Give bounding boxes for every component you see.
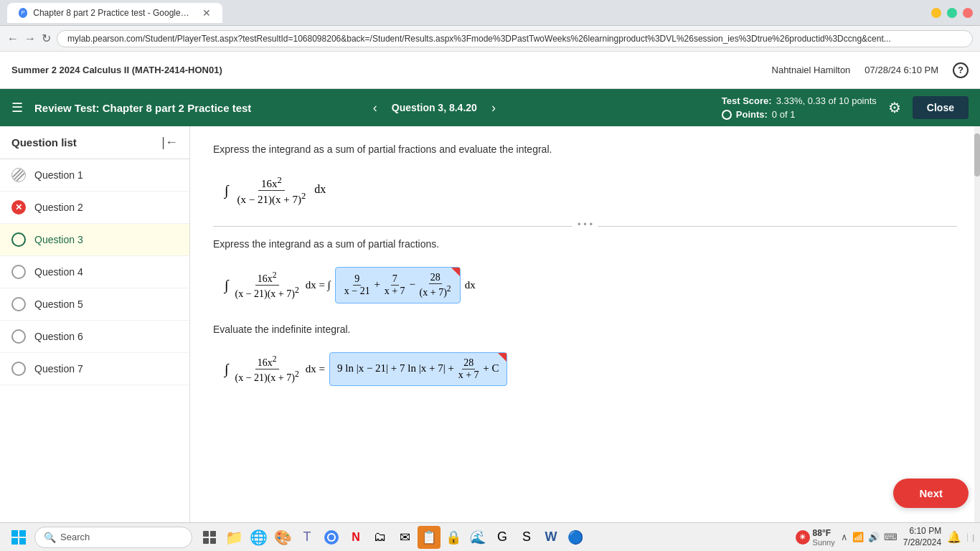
- question1-status-icon: [11, 168, 26, 182]
- expand-tray-icon[interactable]: ∧: [841, 532, 848, 542]
- task-view-icon[interactable]: [198, 526, 221, 549]
- question3-label: Question 3: [34, 234, 83, 245]
- taskbar-apps: 📁 🌐 🎨 T N 🗂 ✉ 📋 🔒 🌊 G S W 🔵: [198, 526, 587, 549]
- test-title: Review Test: Chapter 8 part 2 Practice t…: [34, 102, 251, 114]
- browser-tab[interactable]: P Chapter 8 part 2 Practice test - Googl…: [7, 3, 222, 23]
- tab-close-icon[interactable]: ✕: [202, 7, 211, 19]
- close-test-button[interactable]: Close: [913, 96, 969, 119]
- points-value: 0 of 1: [772, 108, 796, 122]
- edge2-icon[interactable]: 🌊: [466, 526, 489, 549]
- sidebar-item-question5[interactable]: Question 5: [0, 288, 189, 321]
- sidebar-item-question1[interactable]: Question 1: [0, 159, 189, 192]
- teams-icon[interactable]: T: [296, 526, 319, 549]
- window-controls: [931, 8, 973, 18]
- svg-rect-8: [210, 531, 216, 537]
- points-row: Points: 0 of 1: [722, 108, 877, 122]
- content-scrollbar[interactable]: [974, 126, 980, 522]
- time-display: 6:10 PM: [903, 526, 941, 537]
- menu-button[interactable]: ☰: [11, 100, 23, 116]
- question2-status-icon: ✕: [11, 200, 26, 215]
- volume-icon[interactable]: 🔊: [868, 532, 880, 542]
- clock[interactable]: 6:10 PM 7/28/2024: [903, 526, 941, 548]
- system-tray: ∧ 📶 🔊 ⌨: [841, 532, 897, 542]
- svg-rect-6: [19, 538, 26, 545]
- answer-corner-mark: [451, 268, 460, 276]
- question1-label: Question 1: [34, 169, 83, 181]
- next-button[interactable]: Next: [893, 479, 969, 508]
- course-title: Summer 2 2024 Calculus II (MATH-2414-HON…: [11, 65, 222, 75]
- question2-label: Question 2: [34, 202, 83, 213]
- answer-corner-mark-2: [498, 353, 507, 362]
- forward-button[interactable]: →: [24, 32, 36, 45]
- chrome-icon[interactable]: [320, 526, 343, 549]
- question4-label: Question 4: [34, 266, 83, 278]
- folder-icon[interactable]: 🗂: [369, 526, 392, 549]
- score-label: Test Score:: [722, 94, 772, 108]
- notification-icon[interactable]: 🔔: [947, 530, 961, 544]
- taskbar: 🔍 Search 📁 🌐 🎨 T N 🗂 ✉ 📋 🔒 �: [0, 522, 980, 551]
- temperature: 88°F: [813, 528, 835, 538]
- mail-icon[interactable]: ✉: [393, 526, 416, 549]
- scrollbar-thumb[interactable]: [974, 133, 980, 176]
- svg-rect-3: [11, 530, 18, 537]
- url-bar[interactable]: mylab.pearson.com/Student/PlayerTest.asp…: [57, 30, 973, 47]
- tab-favicon: P: [19, 8, 27, 18]
- indefinite-integral-equation: ∫ 16x2 (x − 21)(x + 7)2 dx = 9 ln |x − 2…: [213, 344, 957, 395]
- score-info: Test Score: 3.33%, 0.33 of 10 points Poi…: [722, 94, 877, 122]
- sidebar-item-question2[interactable]: ✕ Question 2: [0, 192, 189, 224]
- user-info: Nahtnaiel Hamilton 07/28/24 6:10 PM ?: [772, 62, 969, 78]
- start-button[interactable]: [6, 527, 32, 548]
- svg-rect-10: [210, 538, 216, 544]
- question-prompt-1: Express the integrand as a sum of partia…: [213, 143, 957, 155]
- course-info: Summer 2 2024 Calculus II (MATH-2414-HON…: [11, 65, 222, 75]
- taskbar-search[interactable]: 🔍 Search: [34, 527, 192, 548]
- preview-icon[interactable]: 🔵: [564, 526, 587, 549]
- score-value: 3.33%, 0.33 of 10 points: [776, 94, 877, 108]
- reload-button[interactable]: ↻: [42, 32, 51, 45]
- maximize-button[interactable]: [947, 8, 957, 18]
- test-navbar: ☰ Review Test: Chapter 8 part 2 Practice…: [0, 89, 980, 126]
- address-bar: ← → ↻ mylab.pearson.com/Student/PlayerTe…: [0, 26, 980, 52]
- netflix-icon[interactable]: N: [344, 526, 367, 549]
- google-icon[interactable]: G: [491, 526, 514, 549]
- next-question-button[interactable]: ›: [486, 98, 501, 118]
- show-desktop-button[interactable]: |: [967, 533, 974, 542]
- test-score-row: Test Score: 3.33%, 0.33 of 10 points: [722, 94, 877, 108]
- orange-app-icon[interactable]: 📋: [418, 526, 440, 549]
- app1-icon[interactable]: 🎨: [271, 526, 294, 549]
- sidebar-item-question6[interactable]: Question 6: [0, 321, 189, 353]
- prev-question-button[interactable]: ‹: [367, 98, 383, 118]
- svg-rect-4: [19, 530, 26, 537]
- sidebar-collapse-button[interactable]: |←: [161, 135, 178, 150]
- question3-status-icon: [11, 232, 26, 247]
- partial-fractions-prompt: Express the integrand as a sum of partia…: [213, 238, 957, 250]
- sidebar-item-question4[interactable]: Question 4: [0, 256, 189, 288]
- edge-icon[interactable]: 🌐: [247, 526, 270, 549]
- content-area[interactable]: Express the integrand as a sum of partia…: [190, 126, 980, 525]
- keyboard-icon[interactable]: ⌨: [884, 532, 897, 542]
- pf-fraction: 16x2 (x − 21)(x + 7)2: [232, 270, 301, 299]
- divider-dots: • • •: [572, 219, 598, 230]
- question5-label: Question 5: [34, 298, 83, 310]
- question7-label: Question 7: [34, 363, 83, 375]
- skype-icon[interactable]: S: [515, 526, 538, 549]
- score-area: Test Score: 3.33%, 0.33 of 10 points Poi…: [722, 94, 969, 122]
- integral-fraction: 16x2 (x − 21)(x + 7)2: [234, 175, 308, 206]
- main-integral: ∫ 16x2 (x − 21)(x + 7)2 dx: [213, 166, 957, 215]
- file-explorer-icon[interactable]: 📁: [222, 526, 245, 549]
- minimize-button[interactable]: [931, 8, 941, 18]
- sidebar-title: Question list: [11, 136, 77, 149]
- sidebar-item-question3[interactable]: Question 3: [0, 224, 189, 256]
- question6-label: Question 6: [34, 331, 83, 342]
- word-icon[interactable]: W: [540, 526, 562, 549]
- back-button[interactable]: ←: [7, 32, 19, 45]
- help-button[interactable]: ?: [953, 62, 969, 78]
- network-icon[interactable]: 📶: [852, 532, 864, 542]
- sidebar-item-question7[interactable]: Question 7: [0, 353, 189, 385]
- close-button[interactable]: [963, 8, 973, 18]
- question-list-scroll[interactable]: Question 1 ✕ Question 2 Question 3 Quest…: [0, 159, 189, 522]
- question-navigation: ‹ Question 3, 8.4.20 ›: [367, 98, 501, 118]
- purple-app-icon[interactable]: 🔒: [442, 526, 465, 549]
- settings-button[interactable]: ⚙: [888, 99, 901, 116]
- search-text: Search: [60, 532, 90, 542]
